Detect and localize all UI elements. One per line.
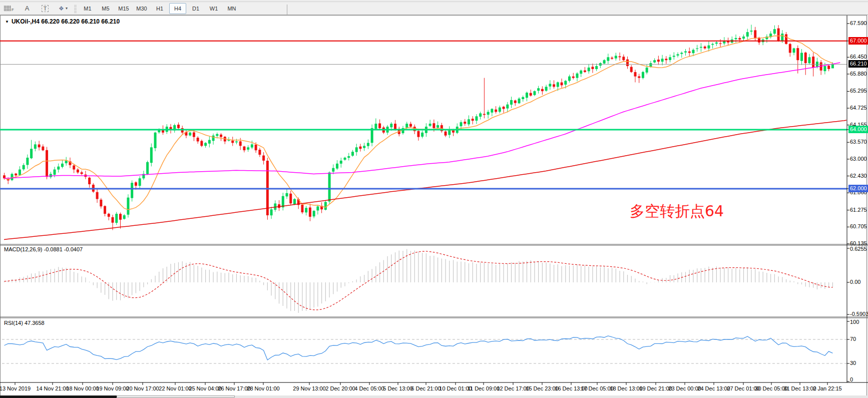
chart-annotation-text: 多空转折点64 bbox=[630, 201, 724, 222]
macd-indicator-label: MACD(12,26,9) -0.0881 -0.0407 bbox=[4, 246, 83, 252]
rsi-indicator-label: RSI(14) 47.3658 bbox=[4, 320, 45, 326]
scrollbar-thumb[interactable] bbox=[117, 395, 235, 397]
bottom-scrollbar[interactable] bbox=[0, 395, 868, 398]
chart-canvas[interactable] bbox=[0, 0, 868, 398]
mt4-window: F A T ❖ ▾ M1 M5 M15 M30 H1 H4 D1 W1 MN ▼… bbox=[0, 0, 868, 398]
symbol-title: ▼UKOil-,H4 66.220 66.220 66.210 66.210 bbox=[5, 18, 120, 25]
collapse-triangle-icon[interactable]: ▼ bbox=[5, 20, 9, 24]
scrollbar-filled-segment bbox=[0, 395, 117, 398]
symbol-ohlc-text: UKOil-,H4 66.220 66.220 66.210 66.210 bbox=[12, 18, 120, 25]
